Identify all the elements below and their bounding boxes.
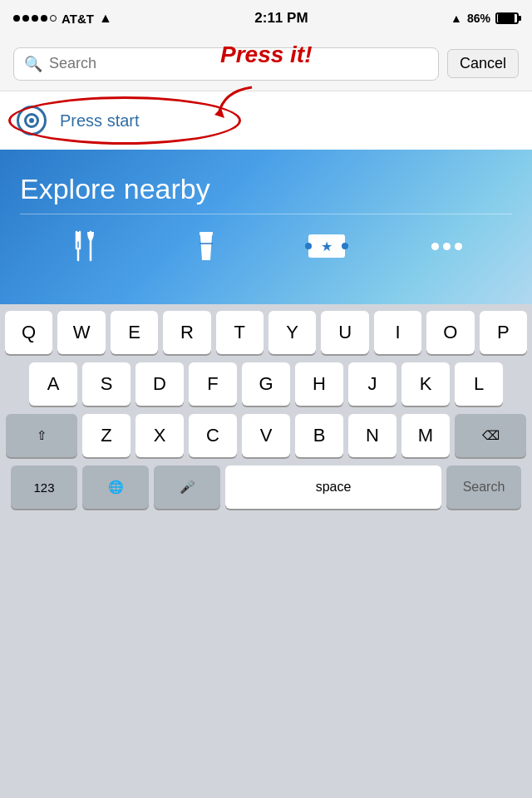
explore-section[interactable]: Explore nearby ★ — [0, 150, 532, 304]
search-icon: 🔍 — [24, 55, 42, 73]
press-it-label: Press it! — [220, 42, 313, 68]
key-W[interactable]: W — [57, 311, 105, 354]
backspace-key[interactable]: ⌫ — [455, 414, 526, 457]
events-icon-item[interactable]: ★ — [302, 229, 352, 263]
wifi-icon: ▲ — [99, 11, 112, 26]
press-start-inner-ring — [24, 113, 39, 128]
key-E[interactable]: E — [111, 311, 158, 354]
keyboard-row-4: 123 🌐 🎤 space Search — [0, 466, 532, 509]
key-I[interactable]: I — [374, 311, 421, 354]
key-C[interactable]: C — [189, 414, 237, 457]
signal-dot-3 — [32, 15, 38, 22]
keyboard: Q W E R T Y U I O P A S D F G H J K L ⇧ … — [0, 304, 532, 509]
key-H[interactable]: H — [295, 362, 343, 406]
status-left: AT&T ▲ — [13, 11, 112, 26]
numbers-key[interactable]: 123 — [11, 466, 77, 509]
key-J[interactable]: J — [348, 362, 397, 406]
signal-dot-4 — [41, 15, 47, 22]
food-icon-item[interactable] — [61, 229, 111, 263]
press-start-icon — [17, 106, 47, 135]
key-Q[interactable]: Q — [5, 311, 52, 354]
press-start-dot — [29, 118, 34, 123]
signal-dot-5 — [50, 15, 57, 22]
signal-dot-2 — [22, 15, 29, 22]
cup-icon — [193, 230, 219, 262]
star-icon: ★ — [321, 239, 332, 254]
ticket-icon: ★ — [308, 234, 345, 258]
battery-percent: 86% — [467, 12, 490, 25]
key-F[interactable]: F — [189, 362, 237, 406]
cancel-button[interactable]: Cancel — [447, 49, 519, 78]
carrier-label: AT&T — [62, 12, 94, 26]
explore-title: Explore nearby — [0, 150, 532, 214]
explore-icons: ★ — [0, 229, 532, 263]
key-K[interactable]: K — [401, 362, 450, 406]
mic-key[interactable]: 🎤 — [154, 466, 220, 509]
press-start-label: Press start — [60, 111, 140, 131]
key-A[interactable]: A — [29, 362, 77, 406]
status-bar: AT&T ▲ 2:11 PM ▲ 86% — [0, 0, 532, 37]
press-start-row[interactable]: Press start — [0, 91, 532, 150]
keyboard-row-2: A S D F G H J K L — [0, 362, 532, 406]
key-G[interactable]: G — [242, 362, 290, 406]
more-icon-item[interactable] — [422, 229, 472, 263]
key-N[interactable]: N — [348, 414, 397, 457]
key-L[interactable]: L — [455, 362, 503, 406]
globe-key[interactable]: 🌐 — [82, 466, 149, 509]
arrow-svg — [206, 83, 264, 125]
key-P[interactable]: P — [480, 311, 527, 354]
status-right: ▲ 86% — [451, 12, 519, 25]
search-key[interactable]: Search — [446, 466, 521, 509]
key-Y[interactable]: Y — [268, 311, 316, 354]
fork-knife-icon — [72, 230, 99, 262]
more-dots-icon — [431, 243, 462, 250]
shift-key[interactable]: ⇧ — [6, 414, 77, 457]
key-X[interactable]: X — [135, 414, 184, 457]
key-B[interactable]: B — [295, 414, 343, 457]
signal-dot-1 — [13, 15, 20, 22]
space-key[interactable]: space — [225, 466, 441, 509]
keyboard-row-1: Q W E R T Y U I O P — [0, 311, 532, 354]
key-O[interactable]: O — [426, 311, 474, 354]
status-time: 2:11 PM — [254, 10, 308, 27]
signal-dots — [13, 15, 57, 22]
key-S[interactable]: S — [82, 362, 131, 406]
location-icon: ▲ — [451, 12, 462, 25]
key-T[interactable]: T — [216, 311, 264, 354]
svg-rect-5 — [200, 232, 213, 235]
key-D[interactable]: D — [135, 362, 184, 406]
key-V[interactable]: V — [242, 414, 290, 457]
battery-icon — [495, 12, 519, 24]
key-M[interactable]: M — [401, 414, 450, 457]
key-Z[interactable]: Z — [82, 414, 131, 457]
key-U[interactable]: U — [321, 311, 368, 354]
key-R[interactable]: R — [163, 311, 210, 354]
keyboard-row-3: ⇧ Z X C V B N M ⌫ — [0, 414, 532, 457]
drinks-icon-item[interactable] — [181, 229, 231, 263]
battery-fill — [498, 14, 515, 22]
explore-divider — [20, 214, 512, 214]
